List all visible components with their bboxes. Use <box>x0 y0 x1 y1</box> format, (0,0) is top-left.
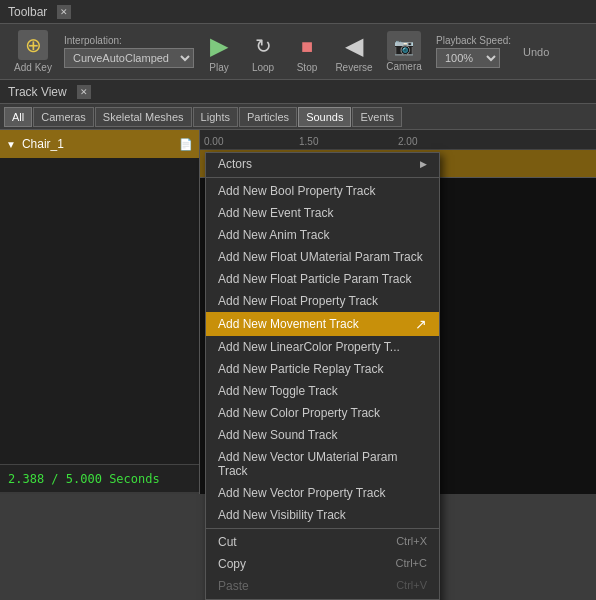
ctx-visibility[interactable]: Add New Visibility Track <box>206 504 439 526</box>
playback-speed-select[interactable]: 100% <box>436 48 500 68</box>
tab-particles[interactable]: Particles <box>239 107 297 127</box>
undo-button[interactable]: Undo <box>519 42 553 62</box>
time-marker-150: 1.50 <box>299 136 318 147</box>
ctx-anim[interactable]: Add New Anim Track <box>206 224 439 246</box>
ctx-vector-property[interactable]: Add New Vector Property Track <box>206 482 439 504</box>
reverse-label: Reverse <box>335 62 372 73</box>
ctx-paste-label: Paste <box>218 579 249 593</box>
time-marker-0: 0.00 <box>204 136 223 147</box>
add-key-icon: ⊕ <box>18 30 48 60</box>
stop-label: Stop <box>297 62 318 73</box>
play-button[interactable]: ▶ Play <box>200 30 238 73</box>
ctx-float-particle[interactable]: Add New Float Particle Param Track <box>206 268 439 290</box>
ctx-actors-label: Actors <box>218 157 252 171</box>
ctx-linear-color[interactable]: Add New LinearColor Property T... <box>206 336 439 358</box>
loop-button[interactable]: ↻ Loop <box>244 30 282 73</box>
ctx-copy[interactable]: Copy Ctrl+C <box>206 553 439 575</box>
playback-speed-label: Playback Speed: <box>436 35 511 46</box>
ctx-separator-mid <box>206 528 439 529</box>
ctx-separator-top <box>206 177 439 178</box>
play-label: Play <box>209 62 228 73</box>
camera-icon: 📷 <box>387 31 421 61</box>
track-status-area: 2.388 / 5.000 Seconds <box>0 464 199 492</box>
time-marker-200: 2.00 <box>398 136 417 147</box>
add-key-button[interactable]: ⊕ Add Key <box>8 30 58 73</box>
tab-skeletal-meshes[interactable]: Skeletal Meshes <box>95 107 192 127</box>
tab-lights[interactable]: Lights <box>193 107 238 127</box>
play-icon: ▶ <box>210 30 228 62</box>
ctx-cut-label: Cut <box>218 535 237 549</box>
toolbar-bar: Toolbar ✕ <box>0 0 596 24</box>
context-menu: Actors ▶ Add New Bool Property Track Add… <box>205 152 440 600</box>
interpolation-label: Interpolation: <box>64 35 194 46</box>
tab-events[interactable]: Events <box>352 107 402 127</box>
loop-icon: ↻ <box>255 30 272 62</box>
tab-cameras[interactable]: Cameras <box>33 107 94 127</box>
ctx-bool[interactable]: Add New Bool Property Track <box>206 180 439 202</box>
ctx-movement-label: Add New Movement Track <box>218 317 359 331</box>
ctx-copy-label: Copy <box>218 557 246 571</box>
ctx-float-property[interactable]: Add New Float Property Track <box>206 290 439 312</box>
track-left-panel: ▼ Chair_1 📄 2.388 / 5.000 Seconds <box>0 130 200 494</box>
stop-button[interactable]: ■ Stop <box>288 30 326 73</box>
filter-tabs: All Cameras Skeletal Meshes Lights Parti… <box>0 104 596 130</box>
ctx-particle-replay[interactable]: Add New Particle Replay Track <box>206 358 439 380</box>
reverse-button[interactable]: ◀ Reverse <box>332 30 376 73</box>
track-file-icon: 📄 <box>179 138 193 151</box>
camera-label: Camera <box>386 61 422 72</box>
toolbar-controls: ⊕ Add Key Interpolation: CurveAutoClampe… <box>0 24 596 80</box>
track-name: Chair_1 <box>22 137 64 151</box>
camera-button[interactable]: 📷 Camera <box>382 31 426 72</box>
ctx-event[interactable]: Add New Event Track <box>206 202 439 224</box>
ctx-cut-shortcut: Ctrl+X <box>396 535 427 549</box>
ctx-paste[interactable]: Paste Ctrl+V <box>206 575 439 597</box>
ctx-sound[interactable]: Add New Sound Track <box>206 424 439 446</box>
status-time: 2.388 / 5.000 Seconds <box>8 472 160 486</box>
track-empty-area <box>0 158 199 464</box>
track-view-header: Track View ✕ <box>0 80 596 104</box>
playback-speed-group: Playback Speed: 100% <box>436 35 511 68</box>
track-expand-icon: ▼ <box>6 139 16 150</box>
ctx-movement[interactable]: Add New Movement Track ↗ <box>206 312 439 336</box>
ctx-color-property[interactable]: Add New Color Property Track <box>206 402 439 424</box>
loop-label: Loop <box>252 62 274 73</box>
timeline-header: 0.00 1.50 2.00 <box>200 130 596 150</box>
ctx-copy-shortcut: Ctrl+C <box>396 557 427 571</box>
track-view-close[interactable]: ✕ <box>77 85 91 99</box>
toolbar-close-btn[interactable]: ✕ <box>57 5 71 19</box>
interpolation-group: Interpolation: CurveAutoClamped <box>64 35 194 68</box>
tab-all[interactable]: All <box>4 107 32 127</box>
track-row[interactable]: ▼ Chair_1 📄 <box>0 130 199 158</box>
ctx-float-umaterial[interactable]: Add New Float UMaterial Param Track <box>206 246 439 268</box>
tab-sounds[interactable]: Sounds <box>298 107 351 127</box>
ctx-cut[interactable]: Cut Ctrl+X <box>206 531 439 553</box>
ctx-actors[interactable]: Actors ▶ <box>206 153 439 175</box>
cursor-indicator: ↗ <box>415 316 427 332</box>
interpolation-select[interactable]: CurveAutoClamped <box>64 48 194 68</box>
ctx-vector-umaterial[interactable]: Add New Vector UMaterial Param Track <box>206 446 439 482</box>
track-view-title: Track View <box>8 85 67 99</box>
ctx-toggle[interactable]: Add New Toggle Track <box>206 380 439 402</box>
toolbar-title: Toolbar <box>8 5 47 19</box>
stop-icon: ■ <box>301 30 313 62</box>
ctx-actors-arrow: ▶ <box>420 159 427 169</box>
add-key-label: Add Key <box>14 62 52 73</box>
ctx-paste-shortcut: Ctrl+V <box>396 579 427 593</box>
reverse-icon: ◀ <box>345 30 363 62</box>
